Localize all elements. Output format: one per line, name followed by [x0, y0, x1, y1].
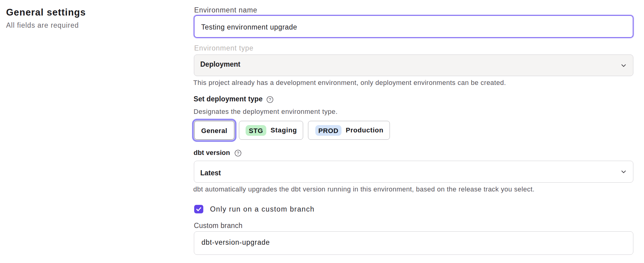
svg-text:?: ?: [269, 97, 271, 102]
svg-text:?: ?: [237, 150, 239, 156]
